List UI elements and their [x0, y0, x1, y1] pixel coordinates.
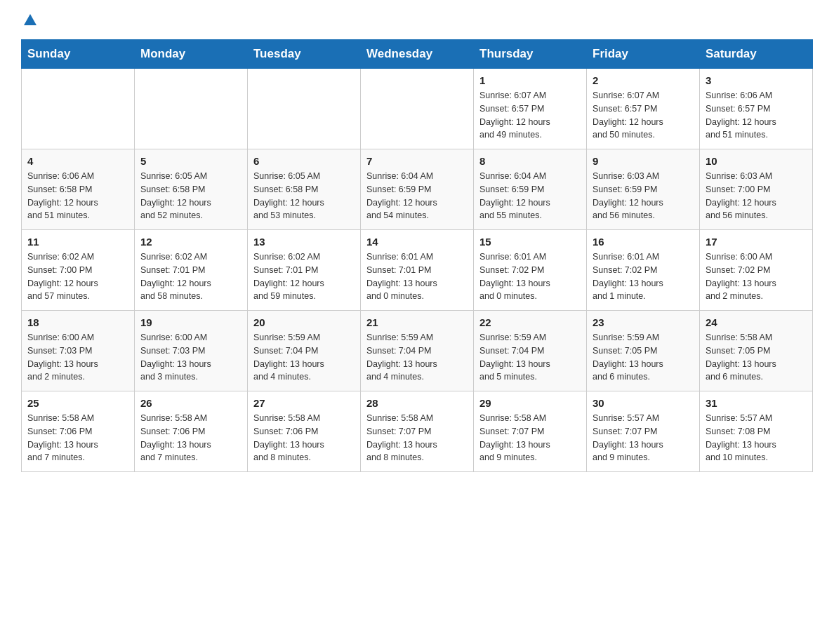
day-number: 13	[253, 236, 355, 248]
day-info: Sunrise: 6:07 AMSunset: 6:57 PMDaylight:…	[479, 89, 581, 142]
table-row: 29Sunrise: 5:58 AMSunset: 7:07 PMDayligh…	[474, 391, 587, 472]
day-info: Sunrise: 5:57 AMSunset: 7:08 PMDaylight:…	[706, 412, 807, 464]
day-info: Sunrise: 6:07 AMSunset: 6:57 PMDaylight:…	[593, 89, 694, 142]
day-info: Sunrise: 6:00 AMSunset: 7:02 PMDaylight:…	[706, 250, 807, 303]
day-info: Sunrise: 5:59 AMSunset: 7:04 PMDaylight:…	[366, 331, 468, 384]
day-number: 14	[366, 236, 468, 248]
day-info: Sunrise: 6:01 AMSunset: 7:02 PMDaylight:…	[593, 250, 694, 303]
table-row: 18Sunrise: 6:00 AMSunset: 7:03 PMDayligh…	[22, 311, 135, 391]
weekday-header-row: Sunday Monday Tuesday Wednesday Thursday…	[22, 40, 813, 69]
header-thursday: Thursday	[474, 40, 587, 69]
day-info: Sunrise: 5:58 AMSunset: 7:05 PMDaylight:…	[706, 331, 807, 384]
table-row: 25Sunrise: 5:58 AMSunset: 7:06 PMDayligh…	[22, 391, 135, 472]
table-row	[361, 69, 474, 149]
day-info: Sunrise: 6:02 AMSunset: 7:01 PMDaylight:…	[253, 250, 355, 303]
day-info: Sunrise: 5:58 AMSunset: 7:07 PMDaylight:…	[479, 412, 581, 464]
header-friday: Friday	[587, 40, 700, 69]
table-row	[22, 69, 135, 149]
table-row: 24Sunrise: 5:58 AMSunset: 7:05 PMDayligh…	[700, 311, 813, 391]
day-number: 19	[140, 316, 241, 328]
table-row: 17Sunrise: 6:00 AMSunset: 7:02 PMDayligh…	[700, 230, 813, 311]
table-row: 13Sunrise: 6:02 AMSunset: 7:01 PMDayligh…	[248, 230, 361, 311]
day-number: 21	[366, 316, 468, 328]
day-info: Sunrise: 5:58 AMSunset: 7:06 PMDaylight:…	[253, 412, 355, 464]
day-info: Sunrise: 5:58 AMSunset: 7:06 PMDaylight:…	[140, 412, 241, 464]
table-row: 10Sunrise: 6:03 AMSunset: 7:00 PMDayligh…	[700, 149, 813, 230]
table-row	[248, 69, 361, 149]
calendar-week-row: 4Sunrise: 6:06 AMSunset: 6:58 PMDaylight…	[22, 149, 813, 230]
day-number: 24	[706, 316, 807, 328]
logo	[21, 14, 37, 25]
day-info: Sunrise: 6:06 AMSunset: 6:58 PMDaylight:…	[27, 170, 128, 222]
table-row: 6Sunrise: 6:05 AMSunset: 6:58 PMDaylight…	[248, 149, 361, 230]
day-number: 6	[253, 155, 355, 167]
day-number: 23	[593, 316, 694, 328]
logo-triangle-icon	[24, 14, 37, 25]
table-row: 3Sunrise: 6:06 AMSunset: 6:57 PMDaylight…	[700, 69, 813, 149]
header-monday: Monday	[135, 40, 248, 69]
table-row: 4Sunrise: 6:06 AMSunset: 6:58 PMDaylight…	[22, 149, 135, 230]
table-row: 11Sunrise: 6:02 AMSunset: 7:00 PMDayligh…	[22, 230, 135, 311]
header-sunday: Sunday	[22, 40, 135, 69]
table-row: 21Sunrise: 5:59 AMSunset: 7:04 PMDayligh…	[361, 311, 474, 391]
day-number: 30	[593, 397, 694, 409]
day-info: Sunrise: 5:59 AMSunset: 7:04 PMDaylight:…	[479, 331, 581, 384]
table-row: 30Sunrise: 5:57 AMSunset: 7:07 PMDayligh…	[587, 391, 700, 472]
header-wednesday: Wednesday	[361, 40, 474, 69]
day-number: 16	[593, 236, 694, 248]
calendar-week-row: 25Sunrise: 5:58 AMSunset: 7:06 PMDayligh…	[22, 391, 813, 472]
table-row: 9Sunrise: 6:03 AMSunset: 6:59 PMDaylight…	[587, 149, 700, 230]
day-info: Sunrise: 6:05 AMSunset: 6:58 PMDaylight:…	[253, 170, 355, 222]
day-info: Sunrise: 6:03 AMSunset: 6:59 PMDaylight:…	[593, 170, 694, 222]
table-row: 23Sunrise: 5:59 AMSunset: 7:05 PMDayligh…	[587, 311, 700, 391]
day-number: 12	[140, 236, 241, 248]
calendar-week-row: 1Sunrise: 6:07 AMSunset: 6:57 PMDaylight…	[22, 69, 813, 149]
day-info: Sunrise: 5:59 AMSunset: 7:04 PMDaylight:…	[253, 331, 355, 384]
day-info: Sunrise: 6:05 AMSunset: 6:58 PMDaylight:…	[140, 170, 241, 222]
header-tuesday: Tuesday	[248, 40, 361, 69]
header-saturday: Saturday	[700, 40, 813, 69]
day-info: Sunrise: 6:02 AMSunset: 7:00 PMDaylight:…	[27, 250, 128, 303]
table-row: 20Sunrise: 5:59 AMSunset: 7:04 PMDayligh…	[248, 311, 361, 391]
day-number: 3	[706, 74, 807, 86]
table-row: 1Sunrise: 6:07 AMSunset: 6:57 PMDaylight…	[474, 69, 587, 149]
table-row: 19Sunrise: 6:00 AMSunset: 7:03 PMDayligh…	[135, 311, 248, 391]
table-row: 15Sunrise: 6:01 AMSunset: 7:02 PMDayligh…	[474, 230, 587, 311]
day-number: 26	[140, 397, 241, 409]
day-number: 17	[706, 236, 807, 248]
table-row: 7Sunrise: 6:04 AMSunset: 6:59 PMDaylight…	[361, 149, 474, 230]
day-info: Sunrise: 5:57 AMSunset: 7:07 PMDaylight:…	[593, 412, 694, 464]
table-row: 8Sunrise: 6:04 AMSunset: 6:59 PMDaylight…	[474, 149, 587, 230]
day-number: 20	[253, 316, 355, 328]
day-number: 31	[706, 397, 807, 409]
day-info: Sunrise: 5:58 AMSunset: 7:07 PMDaylight:…	[366, 412, 468, 464]
day-info: Sunrise: 5:59 AMSunset: 7:05 PMDaylight:…	[593, 331, 694, 384]
day-number: 5	[140, 155, 241, 167]
day-number: 25	[27, 397, 128, 409]
day-number: 18	[27, 316, 128, 328]
day-info: Sunrise: 6:03 AMSunset: 7:00 PMDaylight:…	[706, 170, 807, 222]
day-number: 15	[479, 236, 581, 248]
day-info: Sunrise: 6:00 AMSunset: 7:03 PMDaylight:…	[140, 331, 241, 384]
table-row: 27Sunrise: 5:58 AMSunset: 7:06 PMDayligh…	[248, 391, 361, 472]
day-info: Sunrise: 6:06 AMSunset: 6:57 PMDaylight:…	[706, 89, 807, 142]
day-number: 28	[366, 397, 468, 409]
table-row: 22Sunrise: 5:59 AMSunset: 7:04 PMDayligh…	[474, 311, 587, 391]
table-row: 5Sunrise: 6:05 AMSunset: 6:58 PMDaylight…	[135, 149, 248, 230]
day-number: 7	[366, 155, 468, 167]
day-info: Sunrise: 6:04 AMSunset: 6:59 PMDaylight:…	[366, 170, 468, 222]
day-number: 9	[593, 155, 694, 167]
day-number: 11	[27, 236, 128, 248]
table-row: 2Sunrise: 6:07 AMSunset: 6:57 PMDaylight…	[587, 69, 700, 149]
day-number: 29	[479, 397, 581, 409]
calendar-week-row: 18Sunrise: 6:00 AMSunset: 7:03 PMDayligh…	[22, 311, 813, 391]
day-number: 22	[479, 316, 581, 328]
day-number: 4	[27, 155, 128, 167]
day-number: 10	[706, 155, 807, 167]
day-number: 27	[253, 397, 355, 409]
day-info: Sunrise: 6:01 AMSunset: 7:01 PMDaylight:…	[366, 250, 468, 303]
day-number: 8	[479, 155, 581, 167]
day-number: 2	[593, 74, 694, 86]
table-row	[135, 69, 248, 149]
table-row: 16Sunrise: 6:01 AMSunset: 7:02 PMDayligh…	[587, 230, 700, 311]
